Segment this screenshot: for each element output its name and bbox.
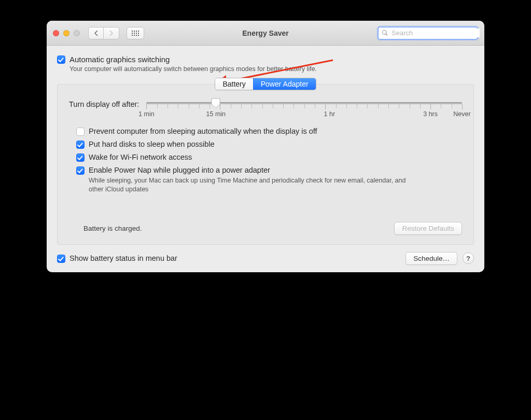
power-nap-description: While sleeping, your Mac can back up usi… xyxy=(89,176,421,194)
grid-icon xyxy=(132,31,139,36)
opt-prevent-sleep: Prevent computer from sleeping automatic… xyxy=(76,127,462,136)
show-all-button[interactable] xyxy=(127,27,144,39)
wake-wifi-label: Wake for Wi-Fi network access xyxy=(89,153,192,161)
auto-graphics-description: Your computer will automatically switch … xyxy=(69,65,317,73)
forward-button xyxy=(104,27,119,39)
search-field[interactable] xyxy=(378,26,478,40)
zoom-icon xyxy=(74,30,80,36)
auto-graphics-row: Automatic graphics switching Your comput… xyxy=(57,55,474,73)
opt-hard-disks: Put hard disks to sleep when possible xyxy=(76,140,462,149)
options-list: Prevent computer from sleeping automatic… xyxy=(76,127,462,194)
auto-graphics-label: Automatic graphics switching xyxy=(69,55,317,64)
tick-label: 1 min xyxy=(138,110,155,118)
footer-row: Show battery status in menu bar Schedule… xyxy=(57,252,474,265)
prevent-sleep-label: Prevent computer from sleeping automatic… xyxy=(89,127,317,135)
tab-power-adapter[interactable]: Power Adapter xyxy=(253,78,316,90)
traffic-lights xyxy=(53,30,80,36)
power-nap-checkbox[interactable] xyxy=(76,166,85,175)
show-battery-status-checkbox[interactable] xyxy=(57,255,65,263)
show-battery-status-label: Show battery status in menu bar xyxy=(69,254,177,262)
hard-disks-label: Put hard disks to sleep when possible xyxy=(89,140,215,148)
power-panel: Battery Power Adapter Turn display off a… xyxy=(57,84,474,245)
tick-label: 3 hrs xyxy=(423,110,438,118)
schedule-button[interactable]: Schedule… xyxy=(406,252,457,265)
help-button[interactable]: ? xyxy=(463,253,474,264)
prevent-sleep-checkbox[interactable] xyxy=(76,128,85,136)
display-off-row: Turn display off after: 1 min 15 min 1 h… xyxy=(69,100,462,120)
power-nap-label: Enable Power Nap while plugged into a po… xyxy=(89,166,270,174)
search-input[interactable] xyxy=(390,29,480,37)
tick-label: 1 hr xyxy=(324,110,336,118)
chevron-right-icon xyxy=(109,31,114,36)
display-off-label: Turn display off after: xyxy=(69,100,139,108)
auto-graphics-checkbox[interactable] xyxy=(57,55,65,64)
opt-power-nap: Enable Power Nap while plugged into a po… xyxy=(76,166,462,194)
help-icon: ? xyxy=(466,255,470,262)
titlebar: Energy Saver xyxy=(47,21,484,46)
nav-buttons xyxy=(88,27,119,39)
hard-disks-checkbox[interactable] xyxy=(76,141,85,149)
search-icon xyxy=(382,30,388,36)
preferences-window: Energy Saver Automatic graphics switchin… xyxy=(47,21,484,272)
tab-battery[interactable]: Battery xyxy=(215,78,253,90)
minimize-icon[interactable] xyxy=(63,30,69,36)
tabs: Battery Power Adapter xyxy=(215,78,316,90)
opt-wake-wifi: Wake for Wi-Fi network access xyxy=(76,153,462,162)
chevron-left-icon xyxy=(94,31,99,36)
back-button[interactable] xyxy=(88,27,104,39)
wake-wifi-checkbox[interactable] xyxy=(76,153,85,162)
display-off-slider[interactable]: 1 min 15 min 1 hr 3 hrs Never xyxy=(146,100,462,120)
tick-label: Never xyxy=(453,110,470,118)
close-icon[interactable] xyxy=(53,30,59,36)
battery-status: Battery is charged. xyxy=(83,225,142,232)
panel-footer: Battery is charged. Restore Defaults xyxy=(69,222,462,235)
restore-defaults-button: Restore Defaults xyxy=(394,222,462,235)
tick-label: 15 min xyxy=(206,110,226,118)
content: Automatic graphics switching Your comput… xyxy=(47,46,484,272)
